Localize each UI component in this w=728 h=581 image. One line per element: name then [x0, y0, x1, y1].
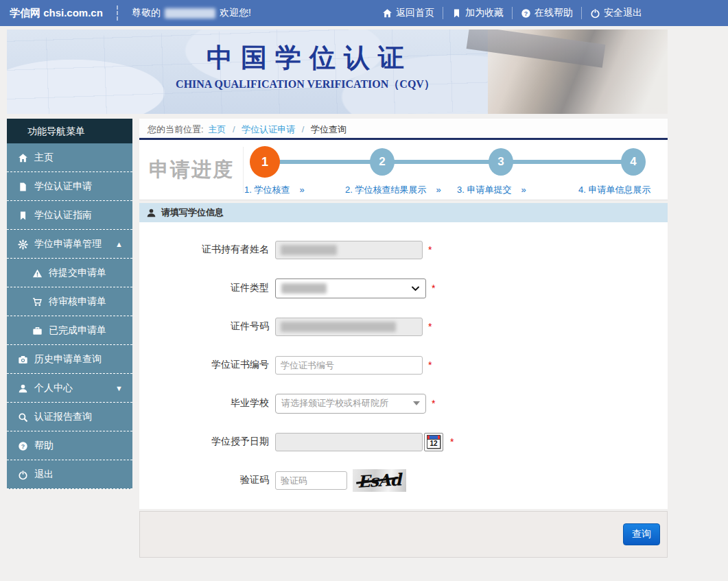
- topbar-link-favorite[interactable]: 加为收藏: [443, 7, 512, 19]
- sidebar-item-label: 历史申请单查询: [34, 353, 102, 366]
- topbar-link-label: 加为收藏: [465, 7, 504, 19]
- progress-section: 申请进度 11. 学位核查»22. 学位核查结果展示»33. 申请单提交»44.…: [139, 140, 668, 200]
- caret-down-icon: [413, 401, 420, 405]
- form-section-header: 请填写学位信息: [139, 203, 668, 222]
- progress-step-circle-1: 1: [250, 146, 280, 178]
- form-row-degree-date: 学位授予日期 12 *: [139, 423, 668, 461]
- graduation-school-select[interactable]: 请选择颁证学校或科研院所: [275, 394, 426, 414]
- warning-icon: [32, 268, 43, 278]
- sidebar-item-label: 学位认证指南: [34, 209, 92, 222]
- field-label: 证书持有者姓名: [139, 244, 275, 256]
- field-label: 证件号码: [139, 320, 275, 333]
- breadcrumb-prefix: 您的当前位置:: [148, 124, 204, 134]
- degree-date-input[interactable]: [275, 433, 423, 451]
- camera-icon: [18, 355, 28, 365]
- captcha-image[interactable]: EsAd: [353, 469, 406, 492]
- sidebar-item-label: 主页: [34, 152, 54, 164]
- sidebar-item-degree-guide[interactable]: 学位认证指南: [7, 201, 132, 230]
- breadcrumb-link-home[interactable]: 主页: [208, 124, 226, 134]
- form-row-id-type: 证件类型 *: [139, 269, 668, 307]
- sidebar-header: 功能导航菜单: [7, 119, 132, 143]
- captcha-input[interactable]: [275, 471, 347, 490]
- sidebar-item-pending-submit[interactable]: 待提交申请单: [7, 259, 132, 287]
- form-row-id-number: 证件号码 *: [139, 307, 668, 346]
- sidebar-item-label: 个人中心: [34, 382, 73, 394]
- sidebar-item-label: 待提交申请单: [49, 267, 106, 279]
- breadcrumb-separator: /: [302, 124, 305, 134]
- topbar-link-label: 安全退出: [604, 7, 642, 19]
- sidebar-item-history-query[interactable]: 历史申请单查询: [7, 345, 132, 374]
- progress-connector-line: [267, 160, 635, 164]
- progress-step-circle-2: 2: [370, 148, 395, 176]
- sidebar-item-completed[interactable]: 已完成申请单: [7, 316, 132, 345]
- required-mark: *: [428, 321, 432, 332]
- topbar-link-label: 返回首页: [396, 7, 434, 19]
- sidebar-item-pending-review[interactable]: 待审核申请单: [7, 287, 132, 316]
- form-row-captcha: 验证码 EsAd: [139, 461, 668, 499]
- form-row-degree-cert-number: 学位证书编号 *: [139, 346, 668, 384]
- topbar-link-logout[interactable]: 安全退出: [581, 7, 650, 19]
- briefcase-icon: [32, 326, 43, 336]
- topbar-divider: [117, 5, 118, 21]
- form-footer: 查询: [139, 511, 668, 558]
- chevron-down-icon: ▼: [115, 384, 123, 392]
- cart-icon: [32, 297, 43, 307]
- person-icon: [18, 383, 28, 394]
- power-icon: [18, 470, 28, 480]
- field-label: 毕业学校: [139, 397, 275, 410]
- progress-steps: 11. 学位核查»22. 学位核查结果展示»33. 申请单提交»44. 申请单信…: [244, 140, 668, 200]
- greeting-prefix: 尊敬的: [132, 7, 161, 19]
- sidebar-item-report-query[interactable]: 认证报告查询: [7, 403, 132, 431]
- greeting-text: 尊敬的 欢迎您!: [132, 7, 251, 19]
- bookmark-icon: [18, 211, 28, 221]
- calendar-button[interactable]: 12: [424, 433, 443, 451]
- power-icon: [590, 8, 600, 19]
- chevron-down-icon: [411, 284, 420, 293]
- topbar-links: 返回首页加为收藏?在线帮助安全退出: [374, 7, 650, 19]
- progress-step-label-1: 1. 学位核查»: [244, 184, 305, 196]
- sidebar-item-logout[interactable]: 退出: [7, 460, 132, 489]
- sidebar-item-label: 认证报告查询: [34, 411, 92, 423]
- breadcrumb-link-degree-apply[interactable]: 学位认证申请: [242, 124, 295, 134]
- redacted-value: [281, 283, 327, 294]
- sidebar-item-label: 学位认证申请: [34, 180, 92, 193]
- form-row-holder-name: 证书持有者姓名 *: [139, 230, 668, 269]
- search-icon: [18, 412, 28, 423]
- sidebar-item-help[interactable]: ?帮助: [7, 431, 132, 460]
- step-arrow: »: [521, 185, 526, 195]
- home-icon: [382, 8, 392, 19]
- gear-icon: [18, 239, 28, 250]
- sidebar-item-application-manage[interactable]: 学位申请单管理▲: [7, 230, 132, 259]
- doc-icon: [18, 182, 28, 192]
- step-arrow: »: [436, 185, 441, 195]
- topbar-link-help[interactable]: ?在线帮助: [512, 7, 581, 19]
- required-mark: *: [432, 283, 435, 294]
- banner-title: 中国学位认证 CHINA QUALIFICATION VERIFICATION（…: [82, 40, 528, 92]
- sidebar-item-degree-apply[interactable]: 学位认证申请: [7, 172, 132, 201]
- id-type-select[interactable]: [275, 278, 426, 298]
- progress-step-circle-3: 3: [489, 148, 513, 176]
- sidebar-item-label: 退出: [34, 469, 54, 481]
- select-placeholder: 请选择颁证学校或科研院所: [281, 397, 388, 410]
- captcha-text: EsAd: [357, 469, 402, 491]
- field-label: 学位证书编号: [139, 359, 275, 371]
- sidebar-item-personal-center[interactable]: 个人中心▼: [7, 374, 132, 403]
- progress-step-label-2: 2. 学位核查结果展示»: [345, 184, 441, 196]
- required-mark: *: [428, 359, 432, 370]
- redacted-value: [281, 245, 337, 255]
- bookmark-icon: [451, 8, 462, 19]
- topbar-link-home[interactable]: 返回首页: [374, 7, 443, 19]
- person-icon: [146, 208, 156, 218]
- form-section-title: 请填写学位信息: [161, 206, 224, 219]
- progress-step-label-3: 3. 申请单提交»: [457, 184, 526, 196]
- breadcrumb-current: 学位查询: [311, 124, 347, 134]
- redacted-username: [165, 8, 215, 19]
- query-button[interactable]: 查询: [623, 523, 660, 545]
- degree-cert-number-input[interactable]: [275, 356, 423, 375]
- required-mark: *: [450, 436, 454, 447]
- svg-text:?: ?: [524, 10, 528, 16]
- help-icon: ?: [521, 8, 531, 19]
- calendar-day: 12: [427, 440, 440, 448]
- site-logo[interactable]: 学信网 chsi.com.cn: [10, 7, 103, 20]
- sidebar-item-home[interactable]: 主页: [7, 143, 132, 172]
